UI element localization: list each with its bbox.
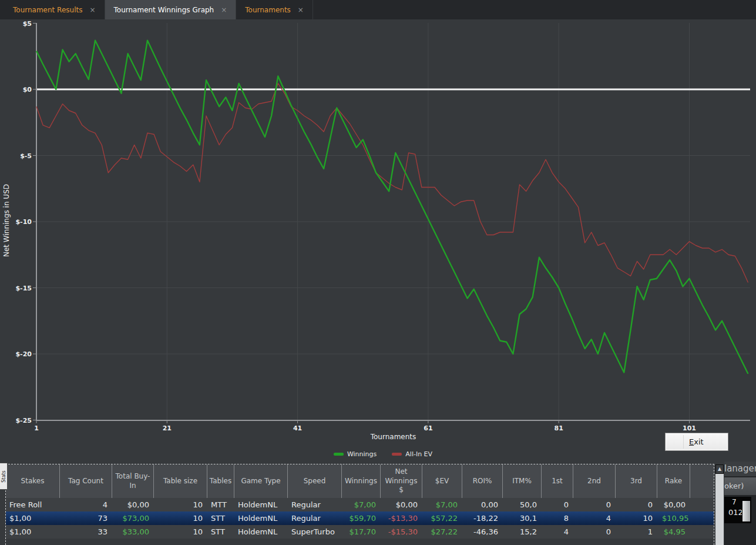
table-cell: -$13,30: [381, 511, 422, 525]
table-cell: MTT: [207, 498, 234, 511]
table-cell: 1: [616, 525, 657, 539]
svg-text:81: 81: [555, 424, 563, 432]
svg-text:101: 101: [683, 424, 696, 432]
table-cell: -46,36: [462, 525, 503, 539]
table-cell: STT: [207, 525, 234, 539]
svg-text:$5: $5: [23, 20, 32, 28]
legend-label: Winnings: [347, 450, 377, 458]
legend-swatch-icon: [392, 453, 402, 456]
table-cell: 15,2: [503, 525, 542, 539]
legend-item: All-In EV: [392, 450, 432, 458]
table-cell: $0,00: [381, 498, 422, 511]
table-cell: 8: [542, 511, 573, 525]
x-axis-title: Tournaments: [36, 433, 750, 441]
scrollbar-up-arrow-icon[interactable]: ▲: [715, 464, 724, 474]
table-cell: $1,00: [6, 511, 60, 525]
table-cell: $57,22: [422, 511, 462, 525]
table-cell: 10: [154, 511, 207, 525]
tab-tournament-results[interactable]: Tournament Results×: [4, 0, 105, 19]
table-cell: 10: [616, 511, 657, 525]
legend-swatch-icon: [334, 453, 344, 456]
table-cell: 10: [154, 525, 207, 539]
background-window-bar-fragment: oker): [724, 477, 756, 495]
table-cell: SuperTurbo: [288, 525, 342, 539]
column-header[interactable]: Game Type: [234, 464, 288, 498]
column-header[interactable]: Total Buy-In: [112, 464, 154, 498]
table-cell: $7,00: [342, 498, 381, 511]
table-cell: $17,70: [342, 525, 381, 539]
table-cell: HoldemNL: [234, 525, 288, 539]
table-cell: 33: [60, 525, 112, 539]
table-cell: 4: [60, 498, 112, 511]
column-header[interactable]: $EV: [422, 464, 462, 498]
column-header[interactable]: 3rd: [616, 464, 657, 498]
table-cell: $0,00: [657, 498, 690, 511]
table-cell: $73,00: [112, 511, 154, 525]
table-cell: 30,1: [503, 511, 542, 525]
y-axis-title: Net Winnings in USD: [2, 176, 11, 265]
legend-label: All-In EV: [405, 450, 432, 458]
tab-tournament-winnings-graph[interactable]: Tournament Winnings Graph×: [105, 0, 237, 19]
chart-legend: WinningsAll-In EV: [36, 450, 730, 458]
side-tab-label: Stats: [1, 470, 6, 482]
table-row[interactable]: Free Roll4$0,0010MTTHoldemNLRegular$7,00…: [6, 498, 714, 511]
table-cell: [690, 511, 708, 525]
table-cell: 4: [542, 525, 573, 539]
table-cell: 4: [573, 511, 616, 525]
legend-item: Winnings: [334, 450, 377, 458]
column-header[interactable]: ROI%: [462, 464, 503, 498]
table-cell: HoldemNL: [234, 511, 288, 525]
column-header[interactable]: ITM%: [503, 464, 542, 498]
svg-text:61: 61: [424, 424, 432, 432]
table-cell: $7,00: [422, 498, 462, 511]
column-header[interactable]: Winnings: [342, 464, 381, 498]
column-header[interactable]: Net Winnings $: [381, 464, 422, 498]
table-row[interactable]: $1,0073$73,0010STTHoldemNLRegular$59,70-…: [6, 511, 714, 525]
table-cell: $10,95: [657, 511, 690, 525]
table-scrollbar[interactable]: ▲: [715, 464, 724, 545]
column-header[interactable]: 1st: [542, 464, 573, 498]
side-tab-stats[interactable]: Stats: [0, 463, 8, 490]
table-cell: [690, 525, 708, 539]
table-cell: -18,22: [462, 511, 503, 525]
table-cell: 0: [573, 525, 616, 539]
table-cell: STT: [207, 511, 234, 525]
svg-text:$-20: $-20: [15, 350, 32, 358]
svg-text:21: 21: [163, 424, 172, 432]
background-scrollbar-thumb: [742, 500, 751, 522]
column-header[interactable]: Table size: [154, 464, 207, 498]
svg-text:$0: $0: [23, 86, 32, 93]
column-header[interactable]: [690, 464, 708, 498]
column-header[interactable]: Rake: [657, 464, 690, 498]
tab-tournaments[interactable]: Tournaments×: [236, 0, 313, 19]
table-cell: $33,00: [112, 525, 154, 539]
table-cell: 10: [154, 498, 207, 511]
table-cell: 0,00: [462, 498, 503, 511]
table-cell: $4,95: [657, 525, 690, 539]
table-cell: 73: [60, 511, 112, 525]
svg-text:$-10: $-10: [15, 218, 32, 226]
column-header[interactable]: Stakes: [6, 464, 60, 498]
stakes-report-table: StakesTag CountTotal Buy-InTable sizeTab…: [5, 464, 714, 545]
svg-text:1: 1: [34, 424, 39, 432]
table-cell: $1,00: [6, 525, 60, 539]
table-cell: 0: [542, 498, 573, 511]
column-header[interactable]: Tag Count: [60, 464, 112, 498]
table-header-row: StakesTag CountTotal Buy-InTable sizeTab…: [6, 464, 714, 498]
table-cell: -$15,30: [381, 525, 422, 539]
table-cell: 0: [573, 498, 616, 511]
exit-button[interactable]: Exit: [665, 433, 728, 451]
svg-text:$-5: $-5: [20, 152, 32, 160]
table-cell: Regular: [288, 511, 342, 525]
table-cell: 0: [616, 498, 657, 511]
table-row[interactable]: $1,0033$33,0010STTHoldemNLSuperTurbo$17,…: [6, 525, 714, 539]
column-header[interactable]: 2nd: [573, 464, 616, 498]
close-tab-icon[interactable]: ×: [221, 6, 227, 14]
column-header[interactable]: Speed: [288, 464, 342, 498]
close-tab-icon[interactable]: ×: [298, 6, 304, 14]
button-divider: [683, 435, 684, 449]
table-cell: 50,0: [503, 498, 542, 511]
column-header[interactable]: Tables: [207, 464, 234, 498]
close-tab-icon[interactable]: ×: [89, 6, 95, 14]
tab-bar: Tournament Results×Tournament Winnings G…: [0, 0, 756, 19]
